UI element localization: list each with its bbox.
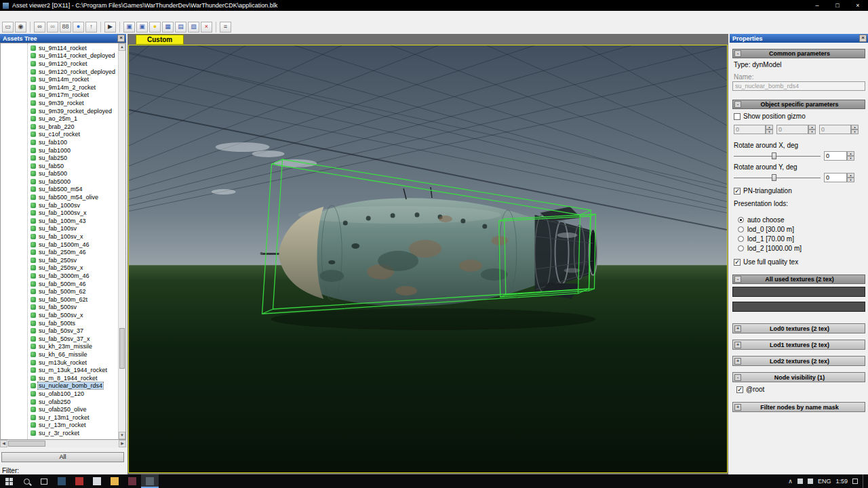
lod0-textures-section[interactable]: + Lod0 textures (2 tex) (732, 323, 865, 333)
tree-item[interactable]: su_m_8_1944_rocket (1, 374, 119, 382)
tray-chevron-icon[interactable]: ∧ (788, 478, 793, 485)
tree-vertical-scrollbar[interactable]: ▲ ▼ (118, 43, 125, 439)
tree-item[interactable]: su_9m114_rocket (1, 44, 119, 52)
properties-close-icon[interactable]: × (859, 35, 867, 42)
tree-item[interactable]: su_fab500_m54_olive (1, 193, 119, 201)
screenshot-icon[interactable]: ▣ (136, 22, 148, 33)
tree-item[interactable]: su_fab_500sv_x (1, 311, 119, 319)
tree-item[interactable]: su_fab_250sv_x (1, 264, 119, 272)
spin-up-icon[interactable]: ▲ (851, 125, 859, 129)
common-parameters-section[interactable]: - Common parameters (732, 49, 865, 58)
spin-down-icon[interactable]: ▼ (847, 178, 854, 182)
tree-item[interactable]: su_nuclear_bomb_rds4 (1, 382, 119, 390)
maximize-button[interactable]: □ (827, 0, 848, 11)
position-y-stepper[interactable]: 0 ▲▼ (776, 125, 816, 134)
tree-item[interactable]: su_9m14m_rocket (1, 75, 119, 83)
ruler-icon[interactable]: ≡ (220, 22, 231, 33)
tree-item[interactable]: su_ofab100_120 (1, 390, 119, 398)
lod-option-radio[interactable]: lod_1 [70.00 m] (738, 234, 802, 243)
collapse-icon[interactable]: - (734, 101, 741, 108)
tree-item[interactable]: su_fab_500m_62 (1, 287, 119, 296)
tree-item[interactable]: su_fab50 (1, 162, 119, 170)
expand-icon[interactable]: + (734, 358, 741, 365)
video-capture-icon[interactable]: ▣ (123, 22, 135, 33)
collapse-icon[interactable]: - (734, 276, 741, 283)
tree-item[interactable]: su_r_3r_rocket (1, 429, 119, 437)
tree-item[interactable]: su_m13uk_rocket (1, 359, 119, 367)
tree-item[interactable]: su_fab_1000sv_x (1, 209, 119, 217)
clock[interactable]: 1:59 (835, 478, 848, 485)
play-icon[interactable]: ▶ (104, 22, 116, 33)
spin-up-icon[interactable]: ▲ (766, 125, 773, 129)
slider-thumb[interactable] (772, 152, 776, 159)
language-indicator[interactable]: ENG (818, 478, 831, 485)
tree-item[interactable]: su_fab_1500m_46 (1, 241, 119, 249)
tree-item[interactable]: su_9m120_rocket_deployed (1, 68, 119, 76)
no-render-icon[interactable]: × (201, 22, 212, 33)
tree-item[interactable]: su_fab_500m_46 (1, 280, 119, 288)
taskbar-app-3[interactable] (88, 474, 106, 488)
export-up-icon[interactable]: ↑ (85, 22, 97, 33)
taskbar-app-1[interactable] (53, 474, 71, 488)
action-center-icon[interactable] (852, 479, 858, 484)
tree-item[interactable]: su_fab_1000sv (1, 201, 119, 209)
slider-thumb[interactable] (772, 174, 776, 181)
scroll-up-icon[interactable]: ▲ (119, 43, 125, 51)
show-desktop-button[interactable] (863, 474, 866, 488)
expand-icon[interactable]: + (734, 325, 741, 332)
light-bulb-icon[interactable]: ● (149, 22, 161, 33)
tree-item[interactable]: su_fab_100sv_x (1, 232, 119, 241)
tree-item[interactable]: su_9m17m_rocket (1, 92, 119, 100)
tree-item[interactable]: su_m_13uk_1944_rocket (1, 366, 119, 374)
tree-item[interactable]: su_9m39_rocket_deployed (1, 107, 119, 115)
assets-tree-close-icon[interactable]: × (117, 35, 125, 42)
texture-button[interactable] (732, 302, 865, 312)
tree-horizontal-scrollbar[interactable]: ◀ ▶ (0, 440, 126, 447)
tree-item[interactable]: su_9m39_rocket (1, 99, 119, 107)
task-view-button[interactable] (35, 474, 53, 488)
tree-item[interactable]: su_fab250 (1, 154, 119, 162)
tree-item[interactable]: su_fab100 (1, 138, 119, 146)
taskbar-app-4[interactable] (106, 474, 123, 488)
tree-item[interactable]: su_kh_23m_missile (1, 343, 119, 351)
tree-item[interactable]: su_r_13m1_rocket (1, 413, 119, 422)
spin-down-icon[interactable]: ▼ (808, 129, 816, 134)
tree-item[interactable]: su_r_13m_rocket (1, 422, 119, 430)
object-parameters-section[interactable]: - Object specific parameters (732, 100, 865, 109)
tree-item[interactable]: su_fab_500sv (1, 304, 119, 312)
minimize-button[interactable]: – (807, 0, 827, 11)
chain-icon[interactable]: ∞ (47, 22, 58, 33)
textured-view-icon[interactable]: ▤ (175, 22, 186, 33)
stats-icon[interactable]: 88 (60, 22, 71, 33)
root-node-checkbox[interactable]: @root (736, 386, 764, 393)
collapse-icon[interactable]: - (734, 374, 741, 381)
spin-up-icon[interactable]: ▲ (847, 173, 854, 178)
taskbar-search-button[interactable] (18, 474, 35, 488)
pn-triangulation-checkbox[interactable]: PN-triangulation (734, 187, 792, 195)
tree-item[interactable]: su_9m120_rocket (1, 60, 119, 68)
select-region-icon[interactable]: ▭ (2, 22, 14, 33)
scroll-right-icon[interactable]: ▶ (119, 440, 126, 447)
tree-item[interactable]: su_fab_250sv (1, 256, 119, 264)
tree-item[interactable]: su_fab_500m_62t (1, 296, 119, 304)
tree-item[interactable]: su_fab1000 (1, 146, 119, 155)
rotate-x-stepper[interactable]: 0 ▲▼ (824, 151, 854, 161)
show-position-gizmo-checkbox[interactable]: Show position gizmo (734, 113, 806, 120)
spin-up-icon[interactable]: ▲ (847, 151, 854, 156)
vertical-scroll-thumb[interactable] (119, 328, 125, 369)
tree-item[interactable]: su_9m114_rocket_deployed (1, 52, 119, 60)
all-used-textures-section[interactable]: - All used textures (2 tex) (732, 274, 865, 284)
tree-item[interactable]: su_ofab250 (1, 398, 119, 406)
horizontal-scroll-thumb[interactable] (8, 441, 45, 447)
tree-item[interactable]: su_fab_50sv_37 (1, 327, 119, 335)
visibility-eye-icon[interactable]: ◉ (15, 22, 26, 33)
lod2-textures-section[interactable]: + Lod2 textures (2 tex) (732, 356, 865, 366)
tree-item[interactable]: su_fab_100sv (1, 225, 119, 233)
start-button[interactable] (0, 474, 18, 488)
spin-down-icon[interactable]: ▼ (847, 156, 854, 161)
rotate-y-slider[interactable] (734, 174, 821, 182)
rotate-y-stepper[interactable]: 0 ▲▼ (824, 173, 854, 182)
all-button[interactable]: All (1, 452, 124, 462)
filter-nodes-section[interactable]: + Filter nodes by name mask (732, 402, 865, 412)
rotate-x-slider[interactable] (734, 152, 821, 160)
